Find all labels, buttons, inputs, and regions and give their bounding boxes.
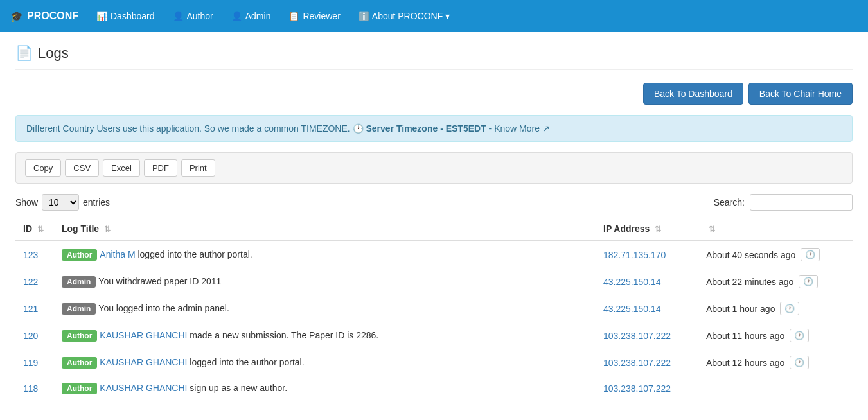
table-header-row: ID ⇅ Log Title ⇅ IP Address ⇅ ⇅: [15, 217, 853, 241]
badge-admin: Admin: [62, 303, 96, 315]
col-header-ip[interactable]: IP Address ⇅: [596, 217, 698, 241]
show-entries: Show 10 25 50 100 entries: [15, 194, 110, 211]
print-button[interactable]: Print: [181, 159, 215, 177]
time-label: About 1 hour ago: [706, 304, 775, 314]
know-more-link[interactable]: Know More: [494, 123, 540, 134]
cell-ip: 43.225.150.14: [596, 268, 698, 295]
clock-button[interactable]: 🕐: [799, 275, 818, 288]
col-header-time[interactable]: ⇅: [698, 217, 853, 241]
pdf-button[interactable]: PDF: [144, 159, 177, 177]
reviewer-icon: 📋: [288, 11, 299, 21]
nav-dashboard[interactable]: 📊 Dashboard: [89, 6, 163, 26]
cell-time: About 11 hours ago🕐: [698, 322, 853, 349]
col-header-title[interactable]: Log Title ⇅: [54, 217, 596, 241]
log-text: made a new submission. The Paper ID is 2…: [187, 330, 378, 340]
table-row: 119AuthorKAUSHAR GHANCHI logged into the…: [15, 349, 853, 376]
log-text: You withdrawed paper ID 2011: [98, 276, 221, 286]
external-link-icon: ↗: [542, 123, 550, 134]
dashboard-icon: 📊: [96, 11, 107, 21]
cell-time: About 22 minutes ago🕐: [698, 268, 853, 295]
page-content: 📄 Logs Back To Dashboard Back To Chair H…: [0, 32, 868, 414]
cell-time: About 12 hours ago🕐: [698, 349, 853, 376]
action-buttons: Back To Dashboard Back To Chair Home: [15, 83, 853, 105]
logs-table: ID ⇅ Log Title ⇅ IP Address ⇅ ⇅ 123Autho…: [15, 217, 853, 401]
col-header-id[interactable]: ID ⇅: [15, 217, 54, 241]
brand-icon: 🎓: [10, 10, 23, 22]
clock-button[interactable]: 🕐: [790, 356, 809, 369]
navbar: 🎓 PROCONF 📊 Dashboard 👤 Author 👤 Admin 📋…: [0, 0, 868, 32]
search-input[interactable]: [750, 194, 853, 211]
chevron-down-icon: ▾: [445, 11, 450, 21]
badge-author: Author: [62, 383, 97, 394]
page-title-icon: 📄: [15, 45, 33, 62]
time-label: About 22 minutes ago: [706, 277, 793, 287]
cell-log-title: AuthorKAUSHAR GHANCHI sign up as a new a…: [54, 376, 596, 401]
cell-time: [698, 376, 853, 401]
back-dashboard-button[interactable]: Back To Dashboard: [643, 83, 743, 105]
copy-button[interactable]: Copy: [25, 159, 61, 177]
back-chair-button[interactable]: Back To Chair Home: [748, 83, 853, 105]
search-label: Search:: [714, 197, 745, 207]
log-text: logged into the author portal.: [136, 249, 252, 259]
sort-icon-title: ⇅: [104, 225, 111, 234]
cell-time: About 1 hour ago🕐: [698, 295, 853, 322]
cell-id: 121: [15, 295, 54, 322]
log-text: You logged into the admin panel.: [98, 303, 229, 313]
time-label: About 11 hours ago: [706, 331, 784, 341]
table-controls: Show 10 25 50 100 entries Search:: [15, 194, 853, 211]
time-label: About 12 hours ago: [706, 358, 784, 368]
cell-ip: 103.238.107.222: [596, 349, 698, 376]
cell-ip: 43.225.150.14: [596, 295, 698, 322]
clock-icon: 🕐: [353, 123, 366, 134]
cell-log-title: AuthorKAUSHAR GHANCHI made a new submiss…: [54, 322, 596, 349]
cell-ip: 103.238.107.222: [596, 322, 698, 349]
sort-icon-time: ⇅: [709, 225, 715, 234]
cell-id: 122: [15, 268, 54, 295]
nav-author[interactable]: 👤 Author: [165, 6, 221, 26]
nav-reviewer[interactable]: 📋 Reviewer: [281, 6, 348, 26]
sort-icon-ip: ⇅: [655, 225, 661, 234]
cell-time: About 40 seconds ago🕐: [698, 241, 853, 268]
table-row: 122AdminYou withdrawed paper ID 201143.2…: [15, 268, 853, 295]
cell-id: 119: [15, 349, 54, 376]
page-title: 📄 Logs: [15, 45, 853, 70]
author-link[interactable]: KAUSHAR GHANCHI: [100, 357, 187, 367]
cell-log-title: AuthorAnitha M logged into the author po…: [54, 241, 596, 268]
cell-ip: 182.71.135.170: [596, 241, 698, 268]
badge-author: Author: [62, 330, 97, 342]
nav-about[interactable]: ℹ️ About PROCONF ▾: [351, 6, 457, 26]
cell-ip: 103.238.107.222: [596, 376, 698, 401]
cell-id: 120: [15, 322, 54, 349]
cell-log-title: AuthorKAUSHAR GHANCHI logged into the au…: [54, 349, 596, 376]
table-row: 118AuthorKAUSHAR GHANCHI sign up as a ne…: [15, 376, 853, 401]
time-label: About 40 seconds ago: [706, 250, 795, 260]
info-message: Different Country Users use this applica…: [26, 123, 550, 134]
author-link[interactable]: KAUSHAR GHANCHI: [100, 383, 187, 393]
author-icon: 👤: [173, 11, 184, 21]
sort-icon-id: ⇅: [37, 225, 44, 234]
entries-select[interactable]: 10 25 50 100: [42, 194, 79, 211]
badge-author: Author: [62, 249, 97, 261]
excel-button[interactable]: Excel: [103, 159, 140, 177]
cell-log-title: AdminYou logged into the admin panel.: [54, 295, 596, 322]
nav-admin[interactable]: 👤 Admin: [224, 6, 279, 26]
admin-icon: 👤: [231, 11, 242, 21]
search-box: Search:: [714, 194, 853, 211]
author-link[interactable]: Anitha M: [100, 249, 135, 259]
clock-button[interactable]: 🕐: [780, 302, 799, 315]
brand-logo[interactable]: 🎓 PROCONF: [10, 10, 78, 22]
clock-button[interactable]: 🕐: [801, 248, 820, 261]
table-row: 121AdminYou logged into the admin panel.…: [15, 295, 853, 322]
timezone-info: Different Country Users use this applica…: [15, 115, 853, 142]
export-bar: Copy CSV Excel PDF Print: [15, 152, 853, 184]
csv-button[interactable]: CSV: [65, 159, 99, 177]
table-row: 120AuthorKAUSHAR GHANCHI made a new subm…: [15, 322, 853, 349]
brand-name: PROCONF: [27, 10, 78, 22]
author-link[interactable]: KAUSHAR GHANCHI: [100, 330, 187, 340]
table-row: 123AuthorAnitha M logged into the author…: [15, 241, 853, 268]
log-text: sign up as a new author.: [187, 383, 287, 393]
cell-log-title: AdminYou withdrawed paper ID 2011: [54, 268, 596, 295]
cell-id: 123: [15, 241, 54, 268]
clock-button[interactable]: 🕐: [790, 329, 809, 342]
cell-id: 118: [15, 376, 54, 401]
